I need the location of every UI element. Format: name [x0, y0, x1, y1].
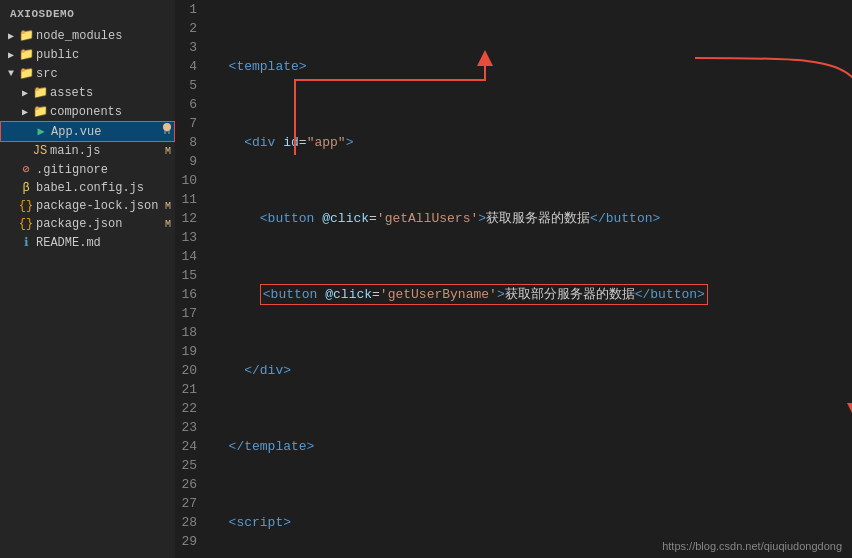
sidebar-label-package-json: package.json: [36, 217, 165, 231]
folder-icon-assets: 📁: [32, 85, 48, 100]
json-icon-pkg: {}: [18, 217, 34, 231]
ln-4: 4: [175, 57, 205, 76]
sidebar-badge-pkg-lock: M: [165, 201, 171, 212]
sidebar-item-components[interactable]: ▶ 📁 components: [0, 102, 175, 121]
collapse-arrow-node-modules: ▶: [4, 30, 18, 42]
code-str-getall: 'getAllUsers': [377, 209, 478, 228]
sidebar-label-main-js: main.js: [50, 144, 165, 158]
sidebar-label-gitignore: .gitignore: [36, 163, 175, 177]
sidebar-label-src: src: [36, 67, 175, 81]
code-text-2: [213, 133, 244, 152]
sidebar-badge-pkg: M: [165, 219, 171, 230]
code-indent-4: [213, 285, 260, 304]
ln-26: 26: [175, 475, 205, 494]
js-icon-main: JS: [32, 144, 48, 158]
code-indent-6: [213, 437, 229, 456]
ln-3: 3: [175, 38, 205, 57]
ln-15: 15: [175, 266, 205, 285]
folder-icon-src: 📁: [18, 66, 34, 81]
code-indent-7: [213, 513, 229, 532]
ln-23: 23: [175, 418, 205, 437]
sidebar-item-src[interactable]: ▼ 📁 src: [0, 64, 175, 83]
ln-2: 2: [175, 19, 205, 38]
ln-1: 1: [175, 0, 205, 19]
code-line-1: <template>: [213, 57, 852, 76]
sidebar-label-package-lock: package-lock.json: [36, 199, 165, 213]
collapse-arrow-assets: ▶: [18, 87, 32, 99]
sidebar-item-assets[interactable]: ▶ 📁 assets: [0, 83, 175, 102]
collapse-arrow-src: ▼: [4, 68, 18, 79]
sidebar-item-babel[interactable]: β babel.config.js: [0, 179, 175, 197]
sidebar-item-public[interactable]: ▶ 📁 public: [0, 45, 175, 64]
sidebar-item-readme[interactable]: ℹ README.md: [0, 233, 175, 252]
folder-icon-components: 📁: [32, 104, 48, 119]
sidebar-item-package-lock[interactable]: {} package-lock.json M: [0, 197, 175, 215]
git-icon-gitignore: ⊘: [18, 162, 34, 177]
ln-21: 21: [175, 380, 205, 399]
sidebar-label-assets: assets: [50, 86, 175, 100]
ln-12: 12: [175, 209, 205, 228]
sidebar-badge-main-js: M: [165, 146, 171, 157]
code-content: <template> <div id="app"> <button @click…: [205, 0, 852, 558]
code-attr-id: id: [283, 133, 299, 152]
code-str-app: "app": [307, 133, 346, 152]
sidebar-item-main-js[interactable]: JS main.js M: [0, 142, 175, 160]
modified-dot: [163, 123, 171, 131]
ln-6: 6: [175, 95, 205, 114]
ln-28: 28: [175, 513, 205, 532]
ln-7: 7: [175, 114, 205, 133]
editor: 1 2 3 4 5 6 7 8 9 10 11 12 13 14 15 16 1…: [175, 0, 852, 558]
sidebar-label-public: public: [36, 48, 175, 62]
ln-22: 22: [175, 399, 205, 418]
ln-9: 9: [175, 152, 205, 171]
folder-icon-public: 📁: [18, 47, 34, 62]
ln-8: 8: [175, 133, 205, 152]
ln-27: 27: [175, 494, 205, 513]
ln-25: 25: [175, 456, 205, 475]
ln-18: 18: [175, 323, 205, 342]
ln-16: 16: [175, 285, 205, 304]
folder-icon-node-modules: 📁: [18, 28, 34, 43]
sidebar-item-app-vue[interactable]: ▶ App.vue M: [0, 121, 175, 142]
collapse-arrow-public: ▶: [4, 49, 18, 61]
code-indent-5: [213, 361, 244, 380]
code-line-6: </template>: [213, 437, 852, 456]
code-line-4: <button @click='getUserByname'>获取部分服务器的数…: [213, 285, 852, 304]
code-tag-template: <template>: [229, 57, 307, 76]
ln-19: 19: [175, 342, 205, 361]
vue-icon-app: ▶: [33, 124, 49, 139]
json-icon-pkg-lock: {}: [18, 199, 34, 213]
sidebar-label-readme: README.md: [36, 236, 175, 250]
ln-5: 5: [175, 76, 205, 95]
code-indent-3: [213, 209, 260, 228]
readme-icon: ℹ: [18, 235, 34, 250]
sidebar-label-babel: babel.config.js: [36, 181, 175, 195]
ln-14: 14: [175, 247, 205, 266]
code-text-getall: 获取服务器的数据: [486, 209, 590, 228]
code-highlight-line4: <button @click='getUserByname'>获取部分服务器的数…: [260, 284, 708, 305]
sidebar: AXIOSDEMO ▶ 📁 node_modules ▶ 📁 public ▼ …: [0, 0, 175, 558]
code-text-1: [213, 57, 229, 76]
ln-20: 20: [175, 361, 205, 380]
code-area: 1 2 3 4 5 6 7 8 9 10 11 12 13 14 15 16 1…: [175, 0, 852, 558]
code-line-7: <script>: [213, 513, 852, 532]
line-numbers: 1 2 3 4 5 6 7 8 9 10 11 12 13 14 15 16 1…: [175, 0, 205, 558]
sidebar-item-node-modules[interactable]: ▶ 📁 node_modules: [0, 26, 175, 45]
sidebar-label-components: components: [50, 105, 175, 119]
code-line-3: <button @click='getAllUsers'>获取服务器的数据</b…: [213, 209, 852, 228]
sidebar-item-gitignore[interactable]: ⊘ .gitignore: [0, 160, 175, 179]
code-button-open-3: <button: [260, 209, 322, 228]
ln-17: 17: [175, 304, 205, 323]
code-attr-click-3: @click: [322, 209, 369, 228]
sidebar-label-app-vue: App.vue: [51, 125, 164, 139]
ln-11: 11: [175, 190, 205, 209]
code-tag-div: <div: [244, 133, 283, 152]
code-line-5: </div>: [213, 361, 852, 380]
sidebar-item-package-json[interactable]: {} package.json M: [0, 215, 175, 233]
watermark: https://blog.csdn.net/qiuqiudongdong: [662, 540, 842, 552]
ln-29: 29: [175, 532, 205, 551]
sidebar-title: AXIOSDEMO: [0, 0, 175, 26]
code-line-2: <div id="app">: [213, 133, 852, 152]
ln-24: 24: [175, 437, 205, 456]
sidebar-label-node-modules: node_modules: [36, 29, 175, 43]
